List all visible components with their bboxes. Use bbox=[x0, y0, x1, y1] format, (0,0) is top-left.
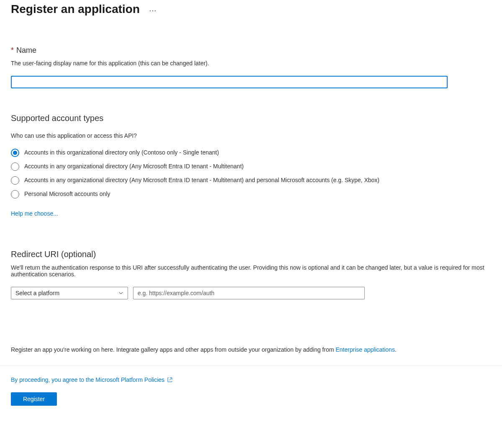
redirect-uri-section: Redirect URI (optional) We'll return the… bbox=[11, 250, 491, 299]
account-types-question: Who can use this application or access t… bbox=[11, 132, 491, 139]
integrate-note-prefix: Register an app you're working on here. … bbox=[11, 346, 336, 353]
radio-selected-icon bbox=[11, 149, 19, 157]
radio-unselected-icon bbox=[11, 190, 19, 198]
name-section: * Name The user-facing display name for … bbox=[11, 46, 491, 88]
name-label: Name bbox=[16, 46, 36, 55]
required-indicator: * bbox=[11, 46, 14, 55]
integrate-note-suffix: . bbox=[395, 346, 397, 353]
redirect-uri-input[interactable] bbox=[133, 287, 365, 299]
radio-label: Accounts in this organizational director… bbox=[24, 148, 219, 157]
account-type-option-multitenant[interactable]: Accounts in any organizational directory… bbox=[11, 162, 491, 171]
account-type-option-single-tenant[interactable]: Accounts in this organizational director… bbox=[11, 148, 491, 157]
redirect-uri-heading: Redirect URI (optional) bbox=[11, 250, 491, 259]
radio-label: Accounts in any organizational directory… bbox=[24, 162, 243, 170]
more-icon[interactable]: ⋯ bbox=[149, 4, 157, 14]
name-input[interactable] bbox=[11, 76, 448, 88]
chevron-down-icon bbox=[118, 291, 123, 296]
radio-unselected-icon bbox=[11, 162, 19, 171]
account-type-option-personal-only[interactable]: Personal Microsoft accounts only bbox=[11, 190, 491, 198]
radio-unselected-icon bbox=[11, 176, 19, 185]
account-types-heading: Supported account types bbox=[11, 113, 491, 123]
platform-select-value: Select a platform bbox=[15, 290, 59, 296]
platform-select[interactable]: Select a platform bbox=[11, 287, 128, 299]
platform-policies-link[interactable]: By proceeding, you agree to the Microsof… bbox=[11, 376, 164, 383]
open-in-new-icon bbox=[167, 377, 173, 383]
redirect-uri-help-text: We'll return the authentication response… bbox=[11, 264, 491, 278]
help-me-choose-link[interactable]: Help me choose... bbox=[11, 210, 58, 217]
account-type-option-multitenant-personal[interactable]: Accounts in any organizational directory… bbox=[11, 176, 491, 185]
name-help-text: The user-facing display name for this ap… bbox=[11, 60, 491, 67]
enterprise-applications-link[interactable]: Enterprise applications bbox=[336, 346, 395, 353]
radio-label: Personal Microsoft accounts only bbox=[24, 190, 110, 198]
page-title: Register an application bbox=[11, 3, 140, 16]
register-button[interactable]: Register bbox=[11, 392, 57, 406]
radio-label: Accounts in any organizational directory… bbox=[24, 176, 379, 184]
account-types-section: Supported account types Who can use this… bbox=[11, 113, 491, 217]
divider bbox=[0, 365, 502, 366]
integrate-note: Register an app you're working on here. … bbox=[11, 345, 491, 354]
